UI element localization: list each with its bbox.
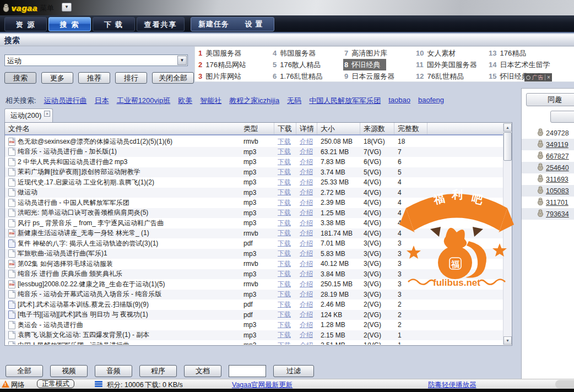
detail-link[interactable]: 介绍 (296, 269, 317, 279)
download-link[interactable]: 下载 (274, 188, 296, 197)
detail-link[interactable]: 介绍 (296, 208, 317, 217)
related-search-link[interactable]: 运动员进行曲 (44, 96, 87, 106)
detail-link[interactable]: 介绍 (296, 310, 317, 319)
table-row[interactable]: RM新健康生活运动讲座_无毒一身轻 林光常_ (1)rmvb下载介绍181.74… (5, 228, 503, 239)
table-row[interactable]: 纯音乐 进行曲 庆典乐曲 颁奖典礼乐mp3下载介绍3.84 MB3(VG)3 (5, 269, 503, 280)
user-row[interactable]: 249728 (522, 127, 574, 139)
tab-shares[interactable]: 查看共享 (137, 17, 185, 31)
tab-search[interactable]: 搜 索 (48, 17, 91, 31)
column-header-complete[interactable]: 完整数 (394, 123, 427, 134)
ad-server-item[interactable]: 2176精品网站 (197, 59, 272, 70)
download-link[interactable]: 下载 (274, 178, 296, 187)
table-row[interactable]: 做运动mp3下载介绍2.72 MB4(VG)4 (5, 188, 503, 198)
detail-link[interactable]: 介绍 (296, 300, 317, 309)
download-link[interactable]: 下载 (274, 269, 296, 279)
ad-server-item[interactable]: 10女人素材 (415, 47, 488, 59)
column-header-detail[interactable]: 详情 (296, 123, 317, 134)
detail-link[interactable]: 介绍 (296, 147, 317, 156)
recommend-button[interactable]: 推荐 (78, 72, 110, 84)
detail-link[interactable]: 介绍 (296, 198, 317, 208)
side-panel-secondary-button[interactable] (550, 111, 574, 123)
tab-download[interactable]: 下 载 (93, 17, 135, 31)
user-row[interactable]: 667827 (522, 150, 574, 162)
related-search-link[interactable]: 智能社 (200, 96, 221, 106)
column-header-sources[interactable]: 来源数 (360, 123, 394, 134)
user-row[interactable]: 311701 (522, 197, 574, 208)
search-combobox[interactable]: 运动 ▼ (4, 55, 188, 66)
detail-link[interactable]: 介绍 (296, 341, 317, 345)
download-link[interactable]: 下载 (274, 239, 296, 248)
filter-program-button[interactable]: 程序 (139, 365, 177, 377)
download-link[interactable]: 下载 (274, 157, 296, 167)
ad-server-item[interactable]: 61.76乱世精品 (272, 70, 343, 82)
download-link[interactable]: 下载 (274, 228, 296, 238)
related-search-link[interactable]: 日本 (95, 96, 109, 106)
user-id-link[interactable]: 793634 (546, 210, 569, 218)
table-row[interactable]: 风行 ps_ 背景音乐 _ from_ 李宁逐风运动鞋广告曲mp3下载介绍3.3… (5, 218, 503, 228)
table-row[interactable]: RM第02集 如何选择羽毛球运动服装rmvb下载介绍40.12 MB3(VG)3 (5, 259, 503, 269)
user-id-link[interactable]: 105083 (546, 187, 569, 195)
table-vertical-scrollbar[interactable]: ▲ ▼ (503, 123, 512, 345)
table-row[interactable]: [武术].武术运动基本训练.蔡龙云.扫描版(9)(9)pdf下载介绍2.46 M… (5, 300, 503, 310)
combobox-dropdown-icon[interactable]: ▼ (177, 56, 187, 65)
ad-server-item[interactable]: 5176散人精品 (272, 59, 343, 70)
ad-server-item[interactable]: 14日本艺术生留学 (488, 59, 571, 70)
related-search-link[interactable]: baofeng (418, 96, 444, 106)
filter-audio-button[interactable]: 音频 (95, 365, 132, 377)
menu-dropdown-icon[interactable]: ▼ (62, 3, 72, 12)
user-row[interactable]: 349119 (522, 139, 574, 150)
download-link[interactable]: 下载 (274, 249, 296, 258)
close-all-button[interactable]: 关闭全部 (152, 72, 194, 84)
detail-link[interactable]: 介绍 (296, 167, 317, 177)
table-row[interactable]: 洪昭光: 简单运动口诀可改善颈椎病肩周炎(5)mp3下载介绍1.25 MB4(V… (5, 208, 503, 219)
download-link[interactable]: 下载 (274, 208, 296, 217)
more-button[interactable]: 更多 (41, 72, 73, 84)
detail-link[interactable]: 介绍 (296, 228, 317, 238)
download-link[interactable]: 下载 (274, 167, 296, 177)
column-header-type[interactable]: 类型 (240, 123, 274, 134)
related-search-link[interactable]: taobao (388, 96, 410, 106)
download-link[interactable]: 下载 (274, 330, 296, 340)
user-row[interactable]: 254640 (522, 162, 574, 173)
table-row[interactable]: 军旅歌曲-运动员进行曲(军乐)1mp3下载介绍5.83 MB3(VG)3 (5, 249, 503, 259)
detail-link[interactable]: 介绍 (296, 239, 317, 248)
download-link[interactable]: 下载 (274, 147, 296, 156)
user-row[interactable]: 311693 (522, 173, 574, 185)
related-search-link[interactable]: 中国人民解放军军乐团 (309, 96, 381, 106)
detail-link[interactable]: 介绍 (296, 259, 317, 269)
table-row[interactable]: 运动员进行曲 - 中国人民解放军军乐团mp3下载介绍2.39 MB4(VG)4 (5, 198, 503, 208)
filter-all-button[interactable]: 全部 (6, 365, 43, 377)
scroll-down-icon[interactable]: ▼ (503, 336, 512, 345)
detail-link[interactable]: 介绍 (296, 330, 317, 340)
column-header-size[interactable]: 大小 (317, 123, 360, 134)
ad-server-item[interactable]: 1276乱世精品 (415, 70, 488, 82)
download-link[interactable]: 下载 (274, 259, 296, 269)
table-row[interactable]: 复件 神秘的八字: 揭示人生运动轨迹的尝试(3)(1)pdf下载介绍7.01 M… (5, 238, 503, 249)
detail-link[interactable]: 介绍 (296, 137, 317, 146)
result-tab-close-icon[interactable]: × (44, 111, 50, 117)
related-search-link[interactable]: 无码 (287, 96, 301, 106)
search-button[interactable]: 搜索 (4, 72, 36, 84)
mode-button[interactable]: 正常模式 (37, 379, 74, 388)
table-row[interactable]: 2 中华人民共和国运动员进行曲2 mp3mp3下载介绍7.83 MB6(VG)6 (5, 157, 503, 167)
menu-button[interactable]: 菜单 (40, 3, 54, 13)
user-id-link[interactable]: 311693 (546, 176, 568, 183)
table-row[interactable]: RM[lessbug]2008.02.22.健康之路_生命在于运动(1)(5)r… (5, 279, 503, 290)
user-id-link[interactable]: 249728 (546, 129, 569, 137)
settings-button[interactable]: 设 置 (237, 18, 271, 31)
filter-video-button[interactable]: 视频 (50, 365, 88, 377)
filter-doc-button[interactable]: 文档 (184, 365, 221, 377)
ranking-button[interactable]: 排行 (115, 72, 147, 84)
detail-link[interactable]: 介绍 (296, 219, 317, 228)
column-header-download[interactable]: 下载 (274, 123, 296, 134)
download-link[interactable]: 下载 (274, 280, 296, 289)
ad-server-item[interactable]: 8怀旧经典 (343, 59, 386, 70)
ad-close-icon[interactable]: × (545, 74, 550, 80)
download-link[interactable]: 下载 (274, 300, 296, 309)
user-id-link[interactable]: 349119 (546, 141, 568, 149)
ad-server-item[interactable]: 13176精品 (488, 47, 571, 59)
user-row[interactable]: 793634 (522, 208, 574, 220)
download-link[interactable]: 下载 (274, 137, 296, 146)
related-search-link[interactable]: 欧美 (178, 96, 192, 106)
table-row[interactable]: RM色无欲@sexinsex@漂亮的体操运动员cd1(2)(5)(1)(6)rm… (5, 137, 503, 147)
